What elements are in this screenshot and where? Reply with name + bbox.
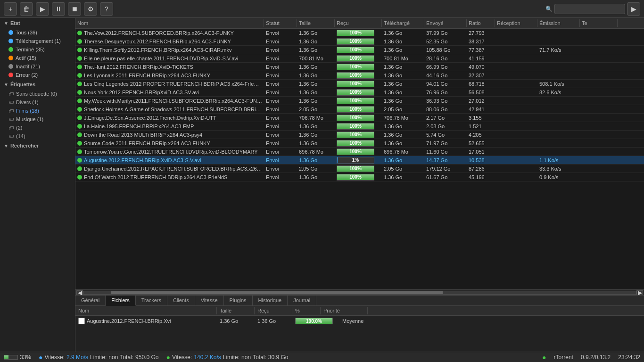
tab-journal[interactable]: Journal bbox=[288, 296, 316, 305]
tag-icon: 🏷 bbox=[8, 99, 14, 105]
torrent-envoyé: 66.99 Go bbox=[424, 64, 467, 70]
th-emission[interactable]: Émission bbox=[537, 19, 580, 27]
table-row[interactable]: Les.Lyonnais.2011.FRENCH.BRRip.x264.AC3-… bbox=[75, 71, 644, 80]
table-row[interactable]: Nous.York.2012.FRENCH.BRRipXviD.AC3-SV.a… bbox=[75, 88, 644, 97]
th-reception[interactable]: Réception bbox=[495, 19, 537, 27]
torrent-name: The.Vow.2012.FRENCH.SUBFORCED.BRRip.x264… bbox=[84, 30, 234, 36]
torrent-taille: 1.36 Go bbox=[297, 174, 335, 181]
scroll-left-button[interactable]: ◀ bbox=[76, 290, 83, 295]
pause-button[interactable]: ⏸ bbox=[52, 2, 65, 16]
sidebar-item-musique[interactable]: 🏷 Musique (1) bbox=[0, 115, 75, 123]
sidebar-item-telechargement[interactable]: Téléchargement (1) bbox=[0, 37, 75, 45]
th-ratio[interactable]: Ratio bbox=[467, 19, 495, 27]
up-limit-label: Limite: bbox=[223, 354, 239, 361]
table-row[interactable]: Les Cinq Legendes 2012 PROPER TRUEFRENCH… bbox=[75, 80, 644, 88]
torrent-emission: 508.1 Ko/s bbox=[537, 81, 580, 87]
tab-clients[interactable]: Clients bbox=[167, 296, 195, 305]
status-dot bbox=[77, 166, 82, 171]
etat-section-header[interactable]: ▼ Etat bbox=[0, 18, 75, 28]
torrent-list: The.Vow.2012.FRENCH.SUBFORCED.BRRip.x264… bbox=[75, 29, 644, 289]
torrent-temps bbox=[580, 177, 618, 178]
file-recu: 1.36 Go bbox=[255, 317, 292, 325]
delete-button[interactable]: 🗑 bbox=[20, 2, 33, 16]
table-row[interactable]: My.Week.with.Marilyn.2011.FRENCH.SUBFORC… bbox=[75, 97, 644, 105]
table-row[interactable]: Django.Unchained.2012.REPACK.FRENCH.SUBF… bbox=[75, 165, 644, 173]
th-nom[interactable]: Nom bbox=[75, 19, 264, 27]
search-input[interactable] bbox=[554, 4, 625, 14]
table-row[interactable]: La.Haine.1995.FRENCH.BRRiP.x264.AC3-FMPE… bbox=[75, 122, 644, 131]
torrent-envoyé: 88.06 Go bbox=[424, 106, 467, 113]
tab-fichiers[interactable]: Fichiers bbox=[106, 296, 136, 306]
search-go-button[interactable]: ▶ bbox=[627, 2, 640, 16]
add-button[interactable]: + bbox=[4, 2, 17, 16]
sidebar-item-tous[interactable]: Tous (36) bbox=[0, 28, 75, 37]
table-row[interactable]: Source.Code.2011.FRENCH.BRRip.x264.AC3-F… bbox=[75, 139, 644, 148]
table-row[interactable]: Sherlock.Holmes.A.Game.of.Shadows.2011.F… bbox=[75, 105, 644, 114]
help-button[interactable]: ? bbox=[100, 2, 113, 16]
sidebar-item-actif[interactable]: Actif (15) bbox=[0, 54, 75, 62]
overall-progress-fill bbox=[4, 355, 8, 359]
tab-trackers[interactable]: Trackers bbox=[136, 296, 167, 305]
th-envoyé[interactable]: Envoyé bbox=[424, 19, 467, 27]
play-button[interactable]: ▶ bbox=[36, 2, 49, 16]
down-icon: ● bbox=[39, 354, 42, 361]
torrent-envoyé: 36.93 Go bbox=[424, 98, 467, 104]
status-dot bbox=[77, 56, 82, 61]
sidebar-item-tag5[interactable]: 🏷 (14) bbox=[0, 132, 75, 140]
table-row[interactable]: J.Enrage.De.Son.Absence.2012.French.Dvdr… bbox=[75, 114, 644, 122]
th-temps[interactable]: Te bbox=[580, 19, 618, 27]
table-row[interactable]: Therese.Desqueyroux.2012.FRENCH.BRRip.x2… bbox=[75, 37, 644, 46]
table-row[interactable]: Tomorrow.You.re.Gone.2012.TRUEFRENCH.DVD… bbox=[75, 148, 644, 156]
th-taille[interactable]: Taille bbox=[297, 19, 335, 27]
tab-général[interactable]: Général bbox=[75, 296, 106, 305]
tab-plugins[interactable]: Plugins bbox=[224, 296, 253, 305]
table-row[interactable]: Down the Road 2013 MULTi BRRiP x264 AC3-… bbox=[75, 131, 644, 139]
sidebar-item-termine[interactable]: Terminé (35) bbox=[0, 45, 75, 54]
rechercher-section-header[interactable]: ▼ Rechercher bbox=[0, 140, 75, 151]
sidebar-item-inactif[interactable]: Inactif (21) bbox=[0, 62, 75, 71]
table-row[interactable]: Killing.Them.Softly.2012.FRENCH.BRRip.x2… bbox=[75, 46, 644, 54]
torrent-telechargé: 2.05 Go bbox=[382, 165, 424, 172]
down-speed-value: 2.9 Mo/s bbox=[66, 354, 88, 361]
torrent-taille: 1.36 Go bbox=[297, 81, 335, 87]
table-row[interactable]: The.Vow.2012.FRENCH.SUBFORCED.BRRip.x264… bbox=[75, 29, 644, 37]
sidebar-item-erreur[interactable]: Erreur (2) bbox=[0, 71, 75, 79]
th-statut[interactable]: Statut bbox=[264, 19, 297, 27]
sidebar-item-films[interactable]: 🏷 Films (18) bbox=[0, 107, 75, 115]
list-item[interactable]: Augustine.2012.FRENCH.BRRip.Xvi1.36 Go1.… bbox=[75, 316, 644, 326]
th-recu[interactable]: Reçu bbox=[335, 19, 382, 27]
table-row[interactable]: Elle.ne.pleure.pas.elle.chante.2011.FREN… bbox=[75, 54, 644, 63]
status-dot bbox=[77, 31, 82, 35]
torrent-recu: 100% bbox=[335, 123, 382, 130]
status-dot bbox=[77, 107, 82, 112]
fth-taille: Taille bbox=[217, 307, 255, 314]
scroll-thumb[interactable] bbox=[111, 291, 443, 294]
tab-vitesse[interactable]: Vitesse bbox=[195, 296, 224, 305]
rechercher-label: Rechercher bbox=[10, 143, 39, 148]
torrent-reception bbox=[495, 168, 537, 169]
scroll-right-button[interactable]: ▶ bbox=[636, 290, 643, 295]
torrent-taille: 1.36 Go bbox=[297, 64, 335, 70]
torrent-envoyé: 11.60 Go bbox=[424, 148, 467, 155]
table-row[interactable]: The.Hunt.2012.FRENCH.BRRip.XviD-TiCKETSE… bbox=[75, 63, 644, 71]
progress-segment: 33% bbox=[4, 354, 31, 361]
sidebar-item-divers[interactable]: 🏷 Divers (1) bbox=[0, 98, 75, 107]
scroll-track[interactable] bbox=[83, 291, 636, 295]
stop-button[interactable]: ⏹ bbox=[68, 2, 81, 16]
sidebar-item-sans-etiquette[interactable]: 🏷 Sans étiquette (0) bbox=[0, 90, 75, 98]
etiquettes-section-header[interactable]: ▼ Étiquettes bbox=[0, 79, 75, 90]
tab-historique[interactable]: Historique bbox=[253, 296, 288, 305]
torrent-reception bbox=[495, 92, 537, 93]
table-row[interactable]: End Of Watch 2012 TRUEFRENCH BDRip x264 … bbox=[75, 173, 644, 181]
torrent-reception bbox=[495, 160, 537, 161]
torrent-temps bbox=[580, 75, 618, 76]
th-telechargé[interactable]: Téléchargé bbox=[382, 19, 424, 27]
settings-button[interactable]: ⚙ bbox=[84, 2, 97, 16]
torrent-emission bbox=[537, 134, 580, 135]
torrent-recu: 100% bbox=[335, 38, 382, 45]
torrent-temps bbox=[580, 41, 618, 42]
torrent-telechargé: 1.36 Go bbox=[382, 123, 424, 130]
sidebar-item-tag4[interactable]: 🏷 (2) bbox=[0, 123, 75, 132]
status-dot bbox=[77, 82, 82, 86]
table-row[interactable]: Augustine.2012.FRENCH.BRRip.XviD.AC3-S.V… bbox=[75, 156, 644, 165]
